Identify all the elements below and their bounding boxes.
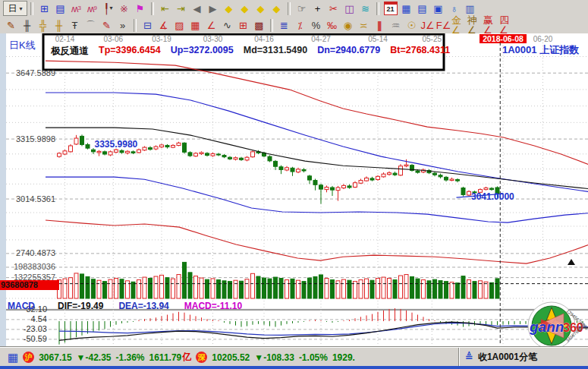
svg-text:3315.9898: 3315.9898 <box>16 134 55 144</box>
indicator-md-value: Md=3131.5490 <box>244 45 307 58</box>
wave-line-icon[interactable]: ∿ <box>219 18 235 33</box>
sh-amount-unit: 亿 <box>182 351 191 364</box>
svg-text:198383036: 198383036 <box>14 262 55 271</box>
print-icon[interactable]: ▥ <box>462 2 478 16</box>
shen-angle-icon[interactable]: 神∠ <box>467 18 483 33</box>
macd-dea-value: DEA=-13.94 <box>118 301 168 311</box>
gann-box-icon[interactable]: ▨ <box>171 18 187 33</box>
kline-mode-label: 日K线 <box>9 39 36 52</box>
pen-red-icon[interactable]: ✎ <box>99 18 115 33</box>
angle-line-icon[interactable]: ∠ <box>203 18 219 33</box>
overlay-icon[interactable]: ◫ <box>341 2 357 16</box>
diamond-shrink-icon[interactable]: ◆ <box>269 2 285 16</box>
quote-table-icon[interactable]: ▦ <box>8 351 18 364</box>
toolbar-separator <box>30 2 33 15</box>
svg-text:02-14: 02-14 <box>55 35 75 43</box>
grid-gold-icon[interactable]: ╬ <box>35 18 51 33</box>
toolbar-separator <box>134 19 137 32</box>
ying-angle-icon[interactable]: 赢∠ <box>483 18 499 33</box>
web-icon[interactable]: ♁ <box>446 2 462 16</box>
diamond-expand-icon[interactable]: ◆ <box>253 2 269 16</box>
sz-change: ▼-108.33 <box>254 352 294 363</box>
svg-text:3014.5361: 3014.5361 <box>16 194 55 203</box>
pan-hand-icon[interactable]: ☞ <box>294 2 310 16</box>
market-summary: ▦ 沪 3067.15 ▼-42.35 -1.36% 1611.79 亿 深 1… <box>8 348 355 367</box>
macd-dif-value: DIF=-19.49 <box>58 301 103 311</box>
gold-line-icon[interactable]: ≍ <box>356 18 372 33</box>
sz-index: 10205.52 <box>212 352 250 363</box>
candle-period-icon[interactable]: ╿▾ <box>100 2 116 16</box>
net-grid-icon[interactable]: ⊞ <box>36 2 52 16</box>
more-button[interactable]: » <box>115 18 130 33</box>
grid-red-icon[interactable]: ⊞ <box>235 18 251 33</box>
indicator-up-value: Up=3272.0095 <box>171 45 234 58</box>
grid-black-icon[interactable]: ╫ <box>19 18 35 33</box>
f-tool-icon[interactable]: Ŧ <box>67 18 83 33</box>
gann-fan-icon[interactable]: ∡ <box>156 18 171 33</box>
arc-tool-icon[interactable]: ⌒ <box>83 18 99 33</box>
volume-bars <box>58 262 500 298</box>
period-day-button[interactable]: 日▾ <box>3 1 27 16</box>
f-angle-icon[interactable]: F∠ <box>435 18 451 33</box>
grid-dark-icon[interactable]: ▩ <box>251 18 267 33</box>
sh-market-badge[interactable]: 沪 <box>23 352 34 363</box>
cut-icon[interactable]: ✂ <box>325 2 341 16</box>
toolbar-separator <box>376 2 379 15</box>
svg-text:-23.03: -23.03 <box>24 324 47 333</box>
scale-icon[interactable]: ≣ <box>276 18 292 33</box>
crosshair-icon[interactable]: + <box>310 2 325 16</box>
prev-bar-icon[interactable]: ◀ <box>189 2 205 16</box>
last-bar-icon[interactable]: ⇥ <box>173 2 189 16</box>
toolbar-separator <box>151 2 154 15</box>
wave-icon[interactable]: ≋ <box>357 2 373 16</box>
volume-marker-triangle <box>568 259 575 265</box>
first-bar-icon[interactable]: ⇤ <box>157 2 173 16</box>
price-annotation: 3041.0000 <box>471 191 514 202</box>
percent-icon[interactable]: % <box>308 18 324 33</box>
j-angle-icon[interactable]: J∠ <box>420 18 435 33</box>
brush-icon[interactable]: ✎ <box>3 18 19 33</box>
sh-amount: 1611.79 <box>149 352 182 363</box>
toolbar-row-2: ✎╫╬╫Ŧ⌒✎»⊟∡▨▦∠∿⊞▩≣⁒%‰◉≍❚♒☉J∠F∠金∠神∠赢∠四∠ <box>0 17 588 33</box>
next-bar-icon[interactable]: ▶ <box>205 2 221 16</box>
window-grid-icon[interactable]: ⊟ <box>140 18 156 33</box>
svg-text:03-19: 03-19 <box>152 35 171 43</box>
sh-index: 3067.15 <box>39 352 71 363</box>
diamond-left-icon[interactable]: ◆ <box>221 2 237 16</box>
wave2-icon[interactable]: ♒ <box>388 18 404 33</box>
view-mode-label[interactable]: 收1A0001分笔 <box>478 351 537 364</box>
zigzag9-icon[interactable]: ʍ9 <box>84 2 100 16</box>
permille-icon[interactable]: ‰ <box>324 18 340 33</box>
jin-angle-icon[interactable]: 金∠ <box>451 18 467 33</box>
gold-sun-icon[interactable]: ☉ <box>404 18 420 33</box>
candle-pen-icon[interactable]: ❚ <box>372 18 388 33</box>
tick-chart-icon[interactable]: ≜ <box>465 352 473 363</box>
si-angle-icon[interactable]: 四∠ <box>499 18 515 33</box>
sz-amount: 1929. <box>332 352 355 363</box>
toolbar-separator <box>288 2 291 15</box>
color-flag-icon[interactable]: ⚑ <box>132 2 148 16</box>
zigzag3-icon[interactable]: ʍ3 <box>68 2 84 16</box>
figures-icon[interactable]: ※ <box>116 2 132 16</box>
sz-market-badge[interactable]: 深 <box>196 352 207 363</box>
diamond-right-icon[interactable]: ◆ <box>237 2 253 16</box>
grid-gold2-icon[interactable]: ╫ <box>51 18 67 33</box>
gann-grid-icon[interactable]: ▦ <box>187 18 203 33</box>
svg-text:05-25: 05-25 <box>422 35 442 43</box>
save-icon[interactable]: ▣ <box>430 2 446 16</box>
calendar-21-icon[interactable]: 21 <box>382 2 398 16</box>
calculator-icon[interactable]: ▦ <box>398 2 414 16</box>
macd-hist-value: MACD=-11.10 <box>184 301 242 311</box>
gold-circle-icon[interactable]: ◉ <box>340 18 356 33</box>
svg-text:-50.59: -50.59 <box>24 334 47 343</box>
percent-strike-icon[interactable]: ⁒ <box>292 18 308 33</box>
svg-text:03-30: 03-30 <box>203 35 223 43</box>
window-bottom-edge <box>0 366 588 369</box>
note-icon[interactable]: ▤ <box>52 2 68 16</box>
notepad-icon[interactable]: ▤ <box>414 2 430 16</box>
svg-text:2740.4873: 2740.4873 <box>16 248 55 257</box>
view-mode: ≜ 收1A0001分笔 <box>458 348 537 367</box>
indicator-tp-value: Tp=3396.6454 <box>99 45 161 58</box>
svg-text:03-06: 03-06 <box>103 35 123 43</box>
macd-pane <box>59 308 588 345</box>
